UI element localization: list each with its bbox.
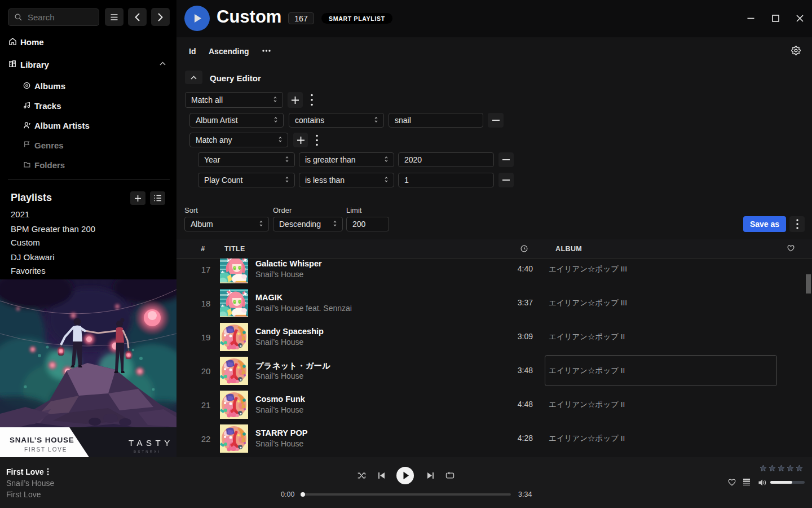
svg-text:TASTY: TASTY <box>129 438 174 448</box>
svg-text:BSTNRXI: BSTNRXI <box>134 450 161 453</box>
svg-text:FIRST LOVE: FIRST LOVE <box>24 446 67 453</box>
svg-text:SNAIL’S HOUSE: SNAIL’S HOUSE <box>10 436 74 444</box>
